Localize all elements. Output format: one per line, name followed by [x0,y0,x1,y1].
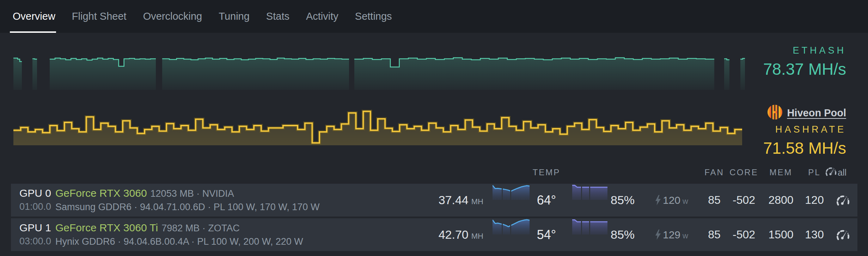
pool-hashrate-chart [13,106,742,145]
tab-flight-sheet[interactable]: Flight Sheet [72,0,127,33]
gauge-all-button[interactable]: all [825,166,860,178]
ethash-value: 78.37 MH/s [763,60,846,79]
power-unit: w [683,195,688,206]
hashrate-cell: 42.70MH [406,218,483,251]
gpu-detail: Hynix GDDR6 · 94.04.6B.00.4A · PL 100 W,… [55,236,303,247]
fan-percent-value: 85% [598,184,647,217]
power-bolt-icon [655,230,661,240]
ethash-summary: ETHASH 78.37 MH/s [763,45,846,79]
column-header-temp: TEMP [522,166,571,178]
gpu-bus-id: 01:00.0 [19,201,51,212]
tab-settings[interactable]: Settings [355,0,392,33]
temp-value: 54° [522,218,571,251]
gauge-row-button[interactable] [831,184,855,217]
tab-overview[interactable]: Overview [13,0,55,33]
pool-hashrate-label: HASHRATE [763,124,846,135]
hashrate-value: 42.70 [439,228,469,242]
gpu-memory-vendor: 12053 MB · NVIDIA [151,188,234,199]
pool-link[interactable]: Hiveon Pool [763,104,846,121]
gpu-name-cell: GeForce RTX 306012053 MB · NVIDIASamsung… [55,184,319,217]
gauge-row-button[interactable] [831,218,855,251]
pool-hashrate-value: 71.58 MH/s [763,139,846,158]
gpu-detail: Samsung GDDR6 · 94.04.71.00.6D · PL 100 … [55,202,319,213]
tab-stats[interactable]: Stats [266,0,289,33]
gpu-name[interactable]: GeForce RTX 3060 [55,187,147,199]
gpu-bus-id: 03:00.0 [19,236,51,247]
ethash-hashrate-chart [13,56,745,90]
gpu-name-cell: GeForce RTX 3060 Ti7982 MB · ZOTACHynix … [55,218,303,251]
hashrate-cell: 37.44MH [406,184,483,217]
gpu-index-cell: GPU 001:00.0 [19,184,51,217]
gpu-row-0[interactable]: GPU 001:00.0GeForce RTX 306012053 MB · N… [11,184,857,217]
hashrate-unit: MH [471,194,483,206]
ethash-label: ETHASH [763,45,846,56]
pool-name[interactable]: Hiveon Pool [787,107,846,119]
hiveon-logo-icon [767,104,783,121]
power-value: 129 [663,229,680,241]
gauge-all-label: all [838,167,846,178]
gpu-memory-vendor: 7982 MB · ZOTAC [161,223,240,233]
tab-overclocking[interactable]: Overclocking [143,0,202,33]
tab-activity[interactable]: Activity [306,0,338,33]
gpu-table-header: TEMP FAN CORE MEM PL all [0,166,868,178]
power-value: 120 [663,194,680,206]
gpu-index: GPU 1 [19,222,51,234]
gpu-index: GPU 0 [19,187,51,199]
hashrate-value: 37.44 [439,193,469,207]
gpu-name[interactable]: GeForce RTX 3060 Ti [55,222,158,233]
pool-summary: Hiveon Pool HASHRATE 71.58 MH/s [763,104,846,158]
gpu-row-1[interactable]: GPU 103:00.0GeForce RTX 3060 Ti7982 MB ·… [11,218,857,251]
tab-tuning[interactable]: Tuning [219,0,250,33]
gauge-icon [825,166,837,179]
top-nav: OverviewFlight SheetOverclockingTuningSt… [0,0,868,33]
fan-percent-value: 85% [598,218,647,251]
hashrate-unit: MH [471,229,483,241]
power-unit: w [683,229,688,240]
power-bolt-icon [655,195,661,205]
gpu-index-cell: GPU 103:00.0 [19,218,51,251]
temp-value: 64° [522,184,571,217]
